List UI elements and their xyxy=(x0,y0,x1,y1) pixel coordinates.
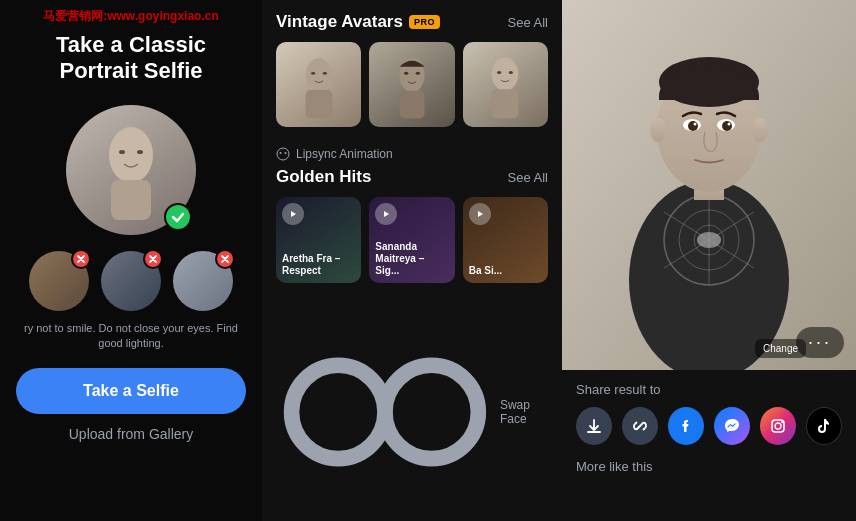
svg-point-14 xyxy=(509,71,513,74)
golden-card-3[interactable]: Ba Si... xyxy=(463,197,548,282)
svg-rect-11 xyxy=(399,90,424,118)
instagram-share-button[interactable] xyxy=(760,407,796,445)
facebook-icon xyxy=(677,417,695,435)
svg-point-43 xyxy=(781,421,783,423)
take-selfie-button[interactable]: Take a Selfie xyxy=(16,368,246,414)
vintage-title: Vintage Avatars xyxy=(276,12,403,32)
golden-label-3: Ba Si... xyxy=(469,265,542,277)
svg-point-9 xyxy=(404,71,408,74)
svg-point-5 xyxy=(311,71,315,74)
svg-point-20 xyxy=(385,365,478,458)
vintage-card-2[interactable] xyxy=(369,42,454,127)
instagram-icon xyxy=(769,417,787,435)
small-avatar-3[interactable] xyxy=(173,251,233,311)
messenger-icon xyxy=(723,417,741,435)
change-button[interactable]: Change xyxy=(755,339,806,358)
vintage-see-all[interactable]: See All xyxy=(508,15,548,30)
golden-card-1[interactable]: Aretha Fra – Respect xyxy=(276,197,361,282)
play-btn-2[interactable] xyxy=(375,203,397,225)
svg-point-1 xyxy=(119,150,125,154)
panel-mid: Vintage Avatars PRO See All xyxy=(262,0,562,521)
small-avatar-1[interactable] xyxy=(29,251,89,311)
svg-point-16 xyxy=(277,148,289,160)
svg-point-36 xyxy=(722,121,732,131)
reject-badge-1 xyxy=(71,249,91,269)
svg-point-18 xyxy=(285,152,287,154)
svg-point-19 xyxy=(292,365,385,458)
svg-point-42 xyxy=(775,423,781,429)
lipsync-icon xyxy=(276,147,290,161)
vintage-face-3 xyxy=(480,50,530,120)
swap-icon xyxy=(276,303,494,521)
svg-point-39 xyxy=(650,118,666,142)
panel-left: 马爱营销网:www.goyingxiao.cn Take a Classic P… xyxy=(0,0,262,521)
messenger-share-button[interactable] xyxy=(714,407,750,445)
svg-point-29 xyxy=(697,232,721,248)
golden-label-1: Aretha Fra – Respect xyxy=(282,253,355,277)
svg-point-37 xyxy=(694,123,697,126)
x-icon-1 xyxy=(76,254,86,264)
panel-right: ··· Change Share result to xyxy=(562,0,856,521)
svg-point-35 xyxy=(688,121,698,131)
golden-see-all[interactable]: See All xyxy=(508,170,548,185)
vintage-card-3[interactable] xyxy=(463,42,548,127)
tiktok-share-button[interactable] xyxy=(806,407,842,445)
more-like-label: More like this xyxy=(576,459,842,474)
vintage-card-1[interactable] xyxy=(276,42,361,127)
vintage-pro-badge: PRO xyxy=(409,15,440,29)
x-icon-3 xyxy=(220,254,230,264)
svg-point-10 xyxy=(416,71,420,74)
tiktok-icon xyxy=(815,417,833,435)
panel-right-bottom: Share result to xyxy=(562,370,856,521)
vintage-face-2 xyxy=(387,50,437,120)
golden-grid: Aretha Fra – Respect Sananda Maitreya – … xyxy=(276,197,548,282)
swap-face-label: Swap Face xyxy=(276,303,548,521)
play-icon-3 xyxy=(475,209,485,219)
check-icon xyxy=(170,209,186,225)
small-avatar-2[interactable] xyxy=(101,251,161,311)
facebook-share-button[interactable] xyxy=(668,407,704,445)
golden-label-2: Sananda Maitreya – Sig... xyxy=(375,241,448,277)
vintage-section-header: Vintage Avatars PRO See All xyxy=(276,12,548,32)
vintage-face-1 xyxy=(294,50,344,120)
upload-gallery-button[interactable]: Upload from Gallery xyxy=(69,426,194,442)
hint-text: ry not to smile. Do not close your eyes.… xyxy=(16,321,246,352)
link-share-button[interactable] xyxy=(622,407,658,445)
svg-point-17 xyxy=(280,152,282,154)
play-btn-1[interactable] xyxy=(282,203,304,225)
main-avatar-container xyxy=(66,105,196,235)
svg-point-13 xyxy=(497,71,501,74)
panel-title: Take a Classic Portrait Selfie xyxy=(16,32,246,85)
svg-rect-7 xyxy=(305,90,332,118)
lipsync-label: Lipsync Animation xyxy=(276,147,548,161)
svg-point-2 xyxy=(137,150,143,154)
play-icon-2 xyxy=(381,209,391,219)
watermark: 马爱营销网:www.goyingxiao.cn xyxy=(0,8,262,25)
avatar-face-svg xyxy=(91,120,171,220)
svg-point-6 xyxy=(322,71,326,74)
vintage-grid xyxy=(276,42,548,127)
link-icon xyxy=(631,417,649,435)
play-btn-3[interactable] xyxy=(469,203,491,225)
play-icon-1 xyxy=(288,209,298,219)
golden-card-2[interactable]: Sananda Maitreya – Sig... xyxy=(369,197,454,282)
svg-point-12 xyxy=(492,57,519,90)
svg-point-40 xyxy=(752,118,768,142)
result-image: ··· Change xyxy=(562,0,856,370)
share-icons-row xyxy=(576,407,842,445)
download-share-button[interactable] xyxy=(576,407,612,445)
svg-rect-15 xyxy=(492,89,519,118)
svg-point-0 xyxy=(109,127,153,183)
svg-point-38 xyxy=(728,123,731,126)
reject-badge-3 xyxy=(215,249,235,269)
check-badge xyxy=(164,203,192,231)
share-label: Share result to xyxy=(576,382,842,397)
vintage-title-row: Vintage Avatars PRO xyxy=(276,12,440,32)
download-icon xyxy=(585,417,603,435)
svg-rect-3 xyxy=(111,180,151,220)
golden-title: Golden Hits xyxy=(276,167,371,187)
result-portrait-svg xyxy=(562,0,856,370)
svg-point-4 xyxy=(305,58,332,91)
golden-section-header: Golden Hits See All xyxy=(276,167,548,187)
small-avatars-row xyxy=(29,251,233,311)
